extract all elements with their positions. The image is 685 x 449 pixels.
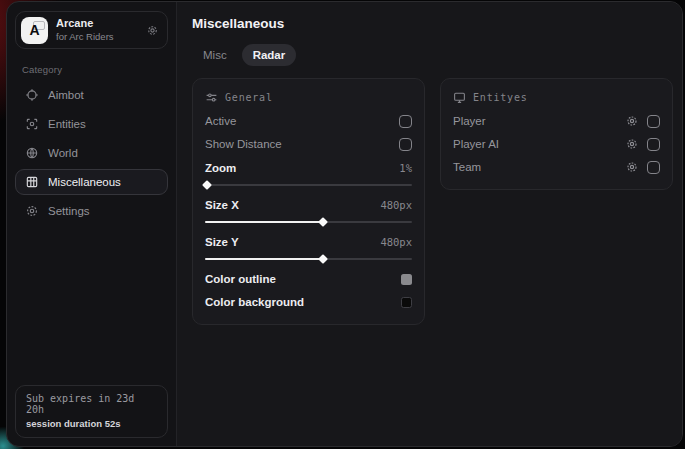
sidebar-item-label: World <box>48 147 78 159</box>
sidebar-item-entities[interactable]: Entities <box>15 111 168 137</box>
setting-row-color-outline: Color outline <box>205 268 412 290</box>
entity-label: Player AI <box>453 138 499 150</box>
player-config-gear-icon[interactable] <box>626 115 638 127</box>
tab-bar: Misc Radar <box>192 44 673 66</box>
setting-label: Show Distance <box>205 138 282 150</box>
profile-gear-icon[interactable] <box>146 24 159 37</box>
setting-label: Zoom <box>205 162 236 174</box>
sidebar-item-aimbot[interactable]: Aimbot <box>15 82 168 108</box>
entity-label: Team <box>453 161 481 173</box>
size-y-slider[interactable] <box>205 254 412 264</box>
session-duration-text: session duration 52s <box>26 418 157 429</box>
entity-row-player: Player <box>453 110 660 132</box>
panel-title: Entityes <box>473 92 528 103</box>
size-x-value: 480px <box>380 199 412 211</box>
scan-icon <box>24 117 39 131</box>
color-background-swatch[interactable] <box>401 297 412 308</box>
sidebar-item-label: Miscellaneous <box>48 176 121 188</box>
general-panel: General Active Show Distance Zoom 1% <box>192 78 425 325</box>
sliders-icon <box>205 91 218 104</box>
team-checkbox[interactable] <box>647 161 660 174</box>
setting-label: Color outline <box>205 273 276 285</box>
tab-misc[interactable]: Misc <box>192 44 238 66</box>
color-outline-swatch[interactable] <box>401 274 412 285</box>
setting-row-color-background: Color background <box>205 291 412 313</box>
gear-icon <box>24 204 39 218</box>
entity-row-player-ai: Player AI <box>453 133 660 155</box>
size-y-value: 480px <box>380 236 412 248</box>
sub-expiry-text: Sub expires in 23d 20h <box>26 393 157 415</box>
sidebar-item-world[interactable]: World <box>15 140 168 166</box>
player-checkbox[interactable] <box>647 115 660 128</box>
sidebar-item-settings[interactable]: Settings <box>15 198 168 224</box>
zoom-slider[interactable] <box>205 180 412 190</box>
setting-row-size-y: Size Y 480px <box>205 231 412 253</box>
tab-radar[interactable]: Radar <box>242 44 297 66</box>
page-title: Miscellaneous <box>192 16 673 31</box>
setting-row-show-distance: Show Distance <box>205 133 412 155</box>
entity-row-team: Team <box>453 156 660 178</box>
globe-icon <box>24 146 39 160</box>
setting-label: Size Y <box>205 236 239 248</box>
profile-card[interactable]: A Arcane for Arc Riders <box>15 11 168 49</box>
avatar: A <box>21 17 48 44</box>
active-checkbox[interactable] <box>399 115 412 128</box>
entities-panel: Entityes Player Player AI <box>440 78 673 190</box>
setting-label: Size X <box>205 199 239 211</box>
entity-label: Player <box>453 115 486 127</box>
team-config-gear-icon[interactable] <box>626 161 638 173</box>
monitor-icon <box>453 91 466 104</box>
panel-title: General <box>225 92 273 103</box>
app-window: A Arcane for Arc Riders Category Aim <box>6 1 683 447</box>
category-label: Category <box>22 64 168 75</box>
sidebar-item-label: Aimbot <box>48 89 84 101</box>
size-x-slider[interactable] <box>205 217 412 227</box>
setting-row-zoom: Zoom 1% <box>205 157 412 179</box>
app-subtitle: for Arc Riders <box>56 31 138 43</box>
main-content: Miscellaneous Misc Radar General <box>177 2 683 446</box>
crosshair-icon <box>24 88 39 102</box>
app-name: Arcane <box>56 17 138 31</box>
zoom-slider-thumb[interactable] <box>202 180 212 190</box>
sidebar-item-label: Entities <box>48 118 86 130</box>
sidebar-item-label: Settings <box>48 205 90 217</box>
zoom-value: 1% <box>399 162 412 174</box>
setting-row-size-x: Size X 480px <box>205 194 412 216</box>
setting-row-active: Active <box>205 110 412 132</box>
sidebar: A Arcane for Arc Riders Category Aim <box>7 2 177 446</box>
player-ai-checkbox[interactable] <box>647 138 660 151</box>
size-x-slider-thumb[interactable] <box>318 217 328 227</box>
sidebar-item-miscellaneous[interactable]: Miscellaneous <box>15 169 168 195</box>
avatar-letter: A <box>29 22 39 38</box>
show-distance-checkbox[interactable] <box>399 138 412 151</box>
player-ai-config-gear-icon[interactable] <box>626 138 638 150</box>
setting-label: Active <box>205 115 236 127</box>
subscription-box: Sub expires in 23d 20h session duration … <box>15 385 168 438</box>
grid-icon <box>24 175 39 189</box>
sidebar-nav: Aimbot Entities World <box>15 82 168 224</box>
setting-label: Color background <box>205 296 304 308</box>
size-y-slider-thumb[interactable] <box>318 254 328 264</box>
